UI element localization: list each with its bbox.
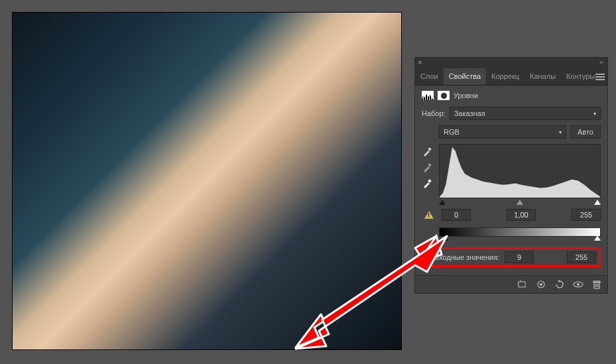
warning-icon[interactable] [424, 211, 434, 219]
input-values-row: 0 1,00 255 [424, 209, 601, 221]
trash-icon[interactable] [591, 280, 602, 289]
preset-value: Заказная [454, 109, 485, 117]
tab-paths[interactable]: Контуры [561, 68, 600, 85]
tab-properties[interactable]: Свойства [444, 68, 486, 85]
svg-rect-2 [428, 179, 432, 183]
input-gamma-slider[interactable] [517, 200, 523, 205]
output-black-slider[interactable] [442, 235, 448, 241]
panel-footer [415, 275, 607, 293]
svg-rect-0 [428, 147, 432, 151]
svg-point-5 [540, 283, 542, 286]
preset-select[interactable]: Заказная ▾ [450, 107, 601, 120]
output-sliders [439, 237, 601, 243]
auto-button[interactable]: Авто [570, 125, 601, 139]
close-icon[interactable]: × [418, 58, 422, 66]
panel-tabs: Слои Свойства Коррекц Каналы Контуры [415, 68, 607, 86]
histogram-chart[interactable] [439, 144, 601, 198]
eyedropper-white-icon[interactable] [422, 178, 432, 189]
chevron-down-icon: ▾ [593, 111, 596, 117]
panel-header-bar: × ‹‹ [415, 58, 607, 68]
eyedropper-black-icon[interactable] [422, 147, 432, 157]
chevron-down-icon: ▾ [559, 129, 562, 135]
output-white-field[interactable]: 255 [567, 251, 596, 263]
svg-rect-1 [428, 163, 432, 167]
input-white-field[interactable]: 255 [572, 209, 601, 221]
channel-select[interactable]: RGB ▾ [439, 125, 566, 139]
canvas-image [13, 13, 401, 349]
adjustment-header: Уровни [422, 91, 601, 100]
tab-channels[interactable]: Каналы [524, 68, 561, 85]
reset-icon[interactable] [554, 280, 565, 289]
output-gradient[interactable] [439, 227, 601, 237]
svg-point-7 [577, 283, 580, 286]
mask-icon [438, 91, 450, 100]
tab-adjustments[interactable]: Коррекц [486, 68, 524, 85]
input-black-slider[interactable] [439, 200, 446, 205]
input-sliders [439, 201, 601, 208]
panel-menu-icon[interactable] [595, 72, 605, 80]
output-values-row: Выходные значения: 9 255 [424, 247, 601, 267]
collapse-icon[interactable]: ‹‹ [599, 59, 603, 66]
tab-layers[interactable]: Слои [415, 68, 444, 85]
properties-panel: × ‹‹ Слои Свойства Коррекц Каналы Контур… [414, 57, 608, 294]
canvas-area[interactable] [12, 12, 402, 350]
input-gamma-field[interactable]: 1,00 [507, 209, 536, 221]
clip-to-layer-icon[interactable] [517, 280, 528, 289]
eyedropper-gray-icon[interactable] [422, 162, 432, 173]
input-black-field[interactable]: 0 [442, 209, 471, 221]
svg-rect-3 [519, 282, 525, 287]
adjustment-type-label: Уровни [454, 91, 478, 99]
histogram-area [422, 144, 601, 198]
panel-body: Уровни Набор: Заказная ▾ RGB ▾ Авто [415, 86, 607, 275]
view-previous-icon[interactable] [536, 280, 546, 289]
visibility-icon[interactable] [573, 280, 584, 289]
preset-label: Набор: [422, 109, 446, 117]
levels-icon [422, 91, 434, 100]
eyedropper-group [422, 144, 435, 198]
output-white-slider[interactable] [594, 235, 601, 241]
channel-row: RGB ▾ Авто [439, 125, 601, 139]
output-label: Выходные значения: [429, 253, 499, 261]
output-black-field[interactable]: 9 [505, 251, 534, 263]
channel-value: RGB [444, 128, 460, 136]
preset-row: Набор: Заказная ▾ [422, 107, 601, 120]
input-white-slider[interactable] [594, 200, 601, 205]
svg-rect-9 [593, 281, 600, 282]
